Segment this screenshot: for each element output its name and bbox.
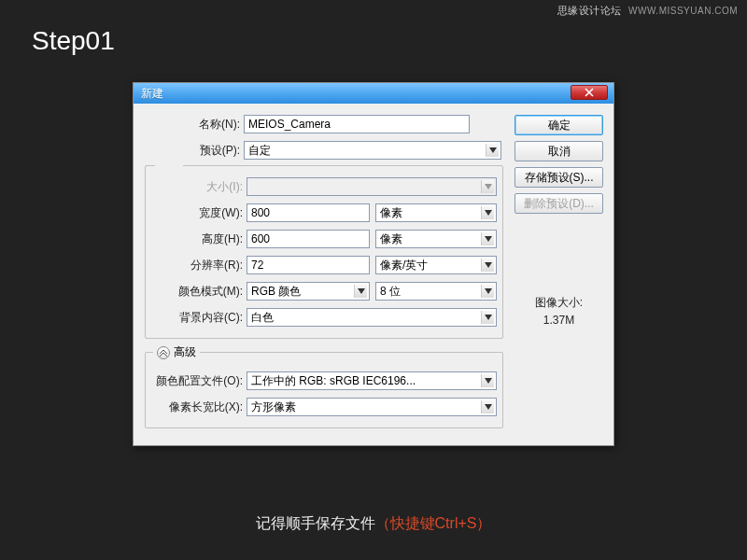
input-height[interactable] bbox=[247, 230, 370, 248]
row-colormode: 颜色模式(M): RGB 颜色 8 位 bbox=[148, 280, 497, 302]
label-colormode: 颜色模式(M): bbox=[148, 284, 247, 300]
watermark-cn: 思缘设计论坛 bbox=[557, 5, 622, 16]
close-icon bbox=[585, 88, 594, 97]
dropdown-icon bbox=[481, 285, 494, 298]
select-colordepth[interactable]: 8 位 bbox=[375, 282, 497, 301]
dropdown-icon bbox=[481, 180, 494, 193]
select-resolution-unit[interactable]: 像素/英寸 bbox=[375, 256, 497, 274]
ok-button[interactable]: 确定 bbox=[514, 115, 603, 135]
label-width: 宽度(W): bbox=[148, 205, 247, 221]
dropdown-icon bbox=[486, 144, 499, 157]
left-column: 名称(N): 预设(P): 自定 大小(I): bbox=[145, 113, 503, 428]
aspect-value: 方形像素 bbox=[251, 399, 296, 415]
resolution-unit-value: 像素/英寸 bbox=[380, 258, 428, 273]
dropdown-icon bbox=[481, 206, 494, 219]
row-bg: 背景内容(C): 白色 bbox=[148, 306, 497, 329]
select-size bbox=[247, 177, 497, 196]
label-preset: 预设(P): bbox=[145, 143, 244, 159]
save-preset-button[interactable]: 存储预设(S)... bbox=[514, 167, 603, 188]
dropdown-icon bbox=[481, 259, 494, 272]
input-width[interactable] bbox=[247, 203, 370, 222]
fieldset-advanced: 高级 颜色配置文件(O): 工作中的 RGB: sRGB IEC6196... … bbox=[145, 352, 503, 428]
width-unit-value: 像素 bbox=[380, 205, 402, 221]
watermark: 思缘设计论坛 WWW.MISSYUAN.COM bbox=[557, 4, 738, 18]
height-unit-value: 像素 bbox=[380, 231, 402, 247]
image-size-value: 1.37M bbox=[514, 312, 603, 329]
chevron-up-icon bbox=[157, 346, 170, 359]
right-column: 确定 取消 存储预设(S)... 删除预设(D)... 图像大小: 1.37M bbox=[503, 113, 603, 428]
row-preset: 预设(P): 自定 bbox=[145, 139, 503, 161]
colormode-value: RGB 颜色 bbox=[251, 284, 301, 300]
select-preset[interactable]: 自定 bbox=[244, 141, 501, 160]
image-size-block: 图像大小: 1.37M bbox=[514, 294, 603, 329]
dropdown-icon bbox=[481, 374, 494, 387]
select-bg[interactable]: 白色 bbox=[247, 308, 497, 327]
input-resolution[interactable] bbox=[247, 256, 370, 274]
footer-note: 记得顺手保存文件（快捷键Ctrl+S） bbox=[0, 514, 747, 534]
row-profile: 颜色配置文件(O): 工作中的 RGB: sRGB IEC6196... bbox=[148, 370, 497, 392]
dropdown-icon bbox=[481, 232, 494, 245]
cancel-button[interactable]: 取消 bbox=[514, 141, 603, 161]
select-preset-value: 自定 bbox=[248, 143, 271, 159]
select-aspect[interactable]: 方形像素 bbox=[247, 398, 497, 416]
row-aspect: 像素长宽比(X): 方形像素 bbox=[148, 396, 497, 418]
input-name[interactable] bbox=[244, 115, 470, 133]
footer-red: （快捷键Ctrl+S） bbox=[375, 515, 492, 531]
colordepth-value: 8 位 bbox=[380, 284, 401, 300]
label-height: 高度(H): bbox=[148, 231, 247, 247]
advanced-toggle[interactable]: 高级 bbox=[153, 344, 200, 360]
dropdown-icon bbox=[481, 400, 494, 413]
bg-value: 白色 bbox=[251, 310, 274, 326]
step-title: Step01 bbox=[32, 26, 115, 56]
select-height-unit[interactable]: 像素 bbox=[375, 230, 497, 248]
dialog-title: 新建 bbox=[141, 86, 163, 102]
titlebar[interactable]: 新建 bbox=[134, 83, 613, 104]
watermark-en: WWW.MISSYUAN.COM bbox=[628, 6, 738, 16]
row-height: 高度(H): 像素 bbox=[148, 228, 497, 250]
advanced-label: 高级 bbox=[174, 344, 196, 360]
label-bg: 背景内容(C): bbox=[148, 310, 247, 326]
image-size-label: 图像大小: bbox=[514, 294, 603, 312]
row-size: 大小(I): bbox=[148, 175, 497, 198]
select-profile[interactable]: 工作中的 RGB: sRGB IEC6196... bbox=[247, 371, 497, 390]
profile-value: 工作中的 RGB: sRGB IEC6196... bbox=[251, 373, 416, 389]
select-colormode[interactable]: RGB 颜色 bbox=[247, 282, 370, 301]
label-aspect: 像素长宽比(X): bbox=[148, 399, 247, 415]
delete-preset-button: 删除预设(D)... bbox=[514, 193, 603, 214]
fieldset-main: 大小(I): 宽度(W): 像素 高度(H): bbox=[145, 165, 503, 339]
row-resolution: 分辨率(R): 像素/英寸 bbox=[148, 254, 497, 276]
label-name: 名称(N): bbox=[145, 117, 244, 133]
close-button[interactable] bbox=[571, 85, 608, 100]
new-document-dialog: 新建 名称(N): 预设(P): 自定 大小(I): bbox=[133, 82, 614, 446]
dialog-body: 名称(N): 预设(P): 自定 大小(I): bbox=[134, 104, 613, 445]
dropdown-icon bbox=[354, 285, 367, 298]
row-width: 宽度(W): 像素 bbox=[148, 202, 497, 224]
dropdown-icon bbox=[481, 311, 494, 324]
label-profile: 颜色配置文件(O): bbox=[148, 373, 247, 389]
row-name: 名称(N): bbox=[145, 113, 503, 135]
label-size: 大小(I): bbox=[148, 179, 247, 195]
footer-white: 记得顺手保存文件 bbox=[256, 515, 375, 531]
select-width-unit[interactable]: 像素 bbox=[375, 203, 497, 222]
label-resolution: 分辨率(R): bbox=[148, 258, 247, 273]
